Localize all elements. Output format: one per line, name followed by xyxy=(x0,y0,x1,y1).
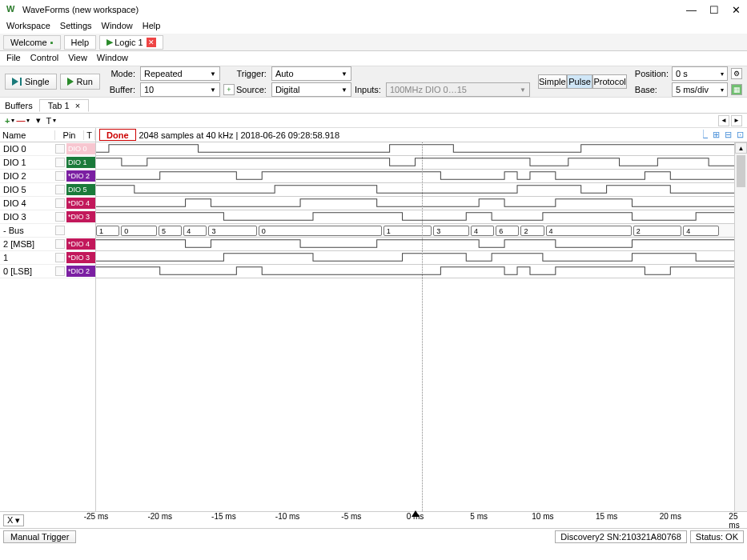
close-icon[interactable]: × xyxy=(75,101,80,110)
wave-tool-icon[interactable]: ⊡ xyxy=(737,130,744,140)
signal-name: DIO 5 xyxy=(0,185,54,194)
trigger-tab-pulse[interactable]: Pulse xyxy=(567,74,593,89)
close-button[interactable]: ✕ xyxy=(732,4,741,16)
time-tick-label: 0 ms xyxy=(407,512,424,521)
scrollbar-thumb[interactable] xyxy=(737,155,745,187)
pin-badge: *DIO 4 xyxy=(66,238,95,250)
signal-row[interactable]: 2 [MSB]*DIO 4 xyxy=(0,238,95,251)
signal-row[interactable]: DIO 0DIO 0 xyxy=(0,142,95,156)
close-icon[interactable]: ✕ xyxy=(147,38,156,47)
single-button[interactable]: Single xyxy=(5,74,57,90)
base-field[interactable]: 5 ms/div▾ xyxy=(672,82,728,97)
window-controls: — ☐ ✕ xyxy=(686,4,741,16)
tab-logic1[interactable]: ▶ Logic 1 ✕ xyxy=(99,35,163,50)
pin-badge: *DIO 3 xyxy=(66,252,95,263)
signal-name: DIO 1 xyxy=(0,158,54,167)
signal-row[interactable]: DIO 1DIO 1 xyxy=(0,156,95,170)
signal-name: DIO 4 xyxy=(0,198,54,208)
buffer-tab-1[interactable]: Tab 1 × xyxy=(39,99,89,112)
submenu-view[interactable]: View xyxy=(68,53,87,64)
menu-workspace[interactable]: Workspace xyxy=(6,21,50,32)
time-tick-label: -25 ms xyxy=(84,512,109,521)
main-area: Name Pin T DIO 0DIO 0DIO 1DIO 1DIO 2*DIO… xyxy=(0,128,747,512)
trigger-cond-icon[interactable] xyxy=(55,253,65,262)
signal-name: DIO 2 xyxy=(0,171,54,181)
manual-trigger-button[interactable]: Manual Trigger xyxy=(3,530,76,543)
device-status: Discovery2 SN:210321A80768 xyxy=(555,530,686,543)
x-axis-menu[interactable]: X ▾ xyxy=(3,514,24,526)
position-gear-icon[interactable]: ⚙ xyxy=(731,68,742,79)
inputs-dropdown[interactable]: 100MHz DIO 0…15▼ xyxy=(386,82,530,97)
status-done: Done xyxy=(99,129,136,141)
trigger-dropdown[interactable]: Auto▼ xyxy=(271,66,351,81)
acquisition-status: Done 2048 samples at 40 kHz | 2018-06-26… xyxy=(96,128,747,142)
signal-row[interactable]: DIO 3*DIO 3 xyxy=(0,210,95,224)
signal-row[interactable]: DIO 5DIO 5 xyxy=(0,183,95,197)
submenu-file[interactable]: File xyxy=(6,53,21,64)
mode-dropdown[interactable]: Repeated▼ xyxy=(140,66,220,81)
time-axis: X ▾ -25 ms-20 ms-15 ms-10 ms-5 ms0 ms5 m… xyxy=(0,512,747,528)
toolbar: Single Run Mode: Repeated▼ Trigger: Auto… xyxy=(0,66,747,98)
bus-value-segment: 3 xyxy=(433,226,469,236)
mode-label: Mode: xyxy=(110,69,137,78)
bus-value-segment: 4 xyxy=(183,226,207,236)
base-gear-icon[interactable]: ▦ xyxy=(731,84,742,95)
trigger-cond-icon[interactable] xyxy=(55,185,65,194)
signal-row[interactable]: 1*DIO 3 xyxy=(0,251,95,265)
submenu-control[interactable]: Control xyxy=(30,53,58,64)
trigger-cond-icon[interactable] xyxy=(55,144,65,154)
signal-name: DIO 3 xyxy=(0,212,54,222)
trigger-cond-icon[interactable] xyxy=(55,212,65,222)
submenu-window[interactable]: Window xyxy=(97,53,128,64)
signal-row[interactable]: 0 [LSB]*DIO 2 xyxy=(0,265,95,278)
waveform-row xyxy=(96,265,734,278)
time-tick-label: 15 ms xyxy=(596,512,617,521)
buffer-plus-icon[interactable]: + xyxy=(223,84,235,95)
waveform-row xyxy=(96,183,734,197)
status-info: 2048 samples at 40 kHz | 2018-06-26 09:2… xyxy=(139,130,340,140)
trigger-cond-icon[interactable] xyxy=(55,226,65,235)
scroll-left-button[interactable]: ◄ xyxy=(718,115,729,126)
welcome-status-icon: ▪ xyxy=(50,38,54,47)
trigger-type-tabs: Simple Pulse Protocol xyxy=(538,74,627,89)
signal-name: - Bus xyxy=(0,226,54,235)
trigger-cond-icon[interactable] xyxy=(55,266,65,276)
pin-badge: *DIO 2 xyxy=(66,266,95,277)
minimize-button[interactable]: — xyxy=(686,4,697,16)
trigger-tab-protocol[interactable]: Protocol xyxy=(592,74,626,89)
tab-welcome[interactable]: Welcome ▪ xyxy=(3,35,61,50)
menu-window[interactable]: Window xyxy=(102,21,133,32)
position-field[interactable]: 0 s▾ xyxy=(672,66,728,81)
wave-tool-icon[interactable]: ⎿ xyxy=(699,130,708,140)
maximize-button[interactable]: ☐ xyxy=(709,4,719,16)
source-dropdown[interactable]: Digital▼ xyxy=(271,82,351,97)
waveform-area[interactable]: 10543013462424 xyxy=(96,142,734,511)
wave-tool-icon[interactable]: ⊞ xyxy=(713,130,720,140)
signal-row[interactable]: - Bus xyxy=(0,224,95,238)
waveform-row xyxy=(96,238,734,251)
waveform-row xyxy=(96,142,734,156)
menu-help[interactable]: Help xyxy=(143,21,161,32)
time-tick-label: -15 ms xyxy=(211,512,236,521)
trigger-cond-icon[interactable] xyxy=(55,239,65,249)
run-play-icon xyxy=(67,78,74,86)
signal-row[interactable]: DIO 4*DIO 4 xyxy=(0,197,95,210)
buffer-dropdown[interactable]: 10▼ xyxy=(140,82,220,97)
position-label: Position: xyxy=(635,69,669,78)
trigger-cond-icon[interactable] xyxy=(55,198,65,208)
add-signal-icon[interactable]: + xyxy=(5,116,10,126)
menu-settings[interactable]: Settings xyxy=(60,21,92,32)
trigger-tab-simple[interactable]: Simple xyxy=(538,74,567,89)
signal-row[interactable]: DIO 2*DIO 2 xyxy=(0,170,95,183)
trigger-cond-icon[interactable] xyxy=(55,171,65,181)
scroll-right-button[interactable]: ► xyxy=(731,115,742,126)
scroll-up-icon[interactable]: ▲ xyxy=(735,142,747,154)
remove-signal-icon[interactable]: — xyxy=(16,116,25,126)
trigger-cond-icon[interactable] xyxy=(55,158,65,167)
app-icon: W xyxy=(6,4,18,15)
tab-help[interactable]: Help xyxy=(64,35,97,50)
vertical-scrollbar[interactable]: ▲ xyxy=(734,142,747,511)
wave-tool-icon[interactable]: ⊟ xyxy=(725,130,732,140)
run-button[interactable]: Run xyxy=(60,74,100,90)
signal-toolbar: +▾ —▾ ▾ T▾ ◄ ► xyxy=(0,114,747,128)
